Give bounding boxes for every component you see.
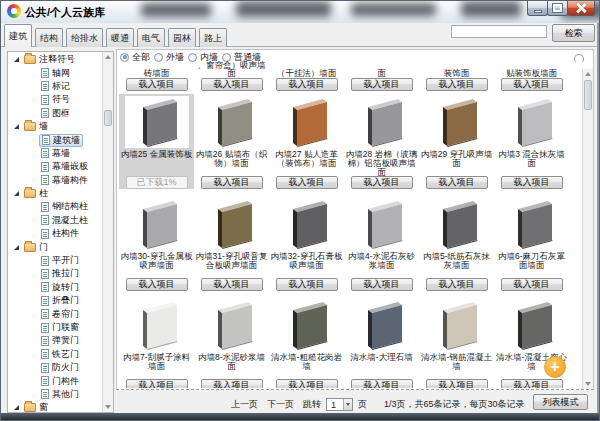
tree-item[interactable]: 推拉门 bbox=[8, 267, 102, 280]
load-into-project-button[interactable]: 载入项目 bbox=[201, 176, 263, 189]
search-input[interactable] bbox=[451, 25, 547, 38]
tree-item[interactable]: 铁艺门 bbox=[8, 348, 102, 361]
expand-arrow-icon[interactable] bbox=[14, 245, 19, 250]
family-tile-partial[interactable]: 、窗帘盒）吸声墙 面载入项目 bbox=[194, 61, 269, 91]
tree-labelbox[interactable]: 推拉门 bbox=[39, 267, 81, 280]
minimize-button[interactable] bbox=[527, 1, 548, 16]
scroll-up-icon[interactable] bbox=[103, 52, 113, 62]
load-into-project-button[interactable]: 载入项目 bbox=[426, 379, 488, 388]
tree-labelbox[interactable]: 幕墙嵌板 bbox=[39, 160, 90, 173]
family-tile-partial[interactable]: 装饰面载入项目 bbox=[419, 61, 494, 91]
tree-item[interactable]: 符号 bbox=[8, 93, 102, 106]
load-into-project-button[interactable]: 载入项目 bbox=[351, 379, 413, 388]
load-into-project-button[interactable]: 载入项目 bbox=[126, 379, 188, 388]
tree-item[interactable]: 注释符号 bbox=[8, 53, 102, 66]
tree-labelbox[interactable]: 注释符号 bbox=[22, 53, 77, 66]
tree-labelbox[interactable]: 混凝土柱 bbox=[39, 214, 90, 227]
load-into-project-button[interactable]: 载入项目 bbox=[276, 278, 338, 291]
expand-arrow-icon[interactable] bbox=[14, 405, 19, 410]
close-button[interactable] bbox=[567, 1, 595, 16]
prev-page-link[interactable]: 上一页 bbox=[231, 398, 258, 411]
tree-item[interactable]: 混凝土柱 bbox=[8, 214, 102, 227]
family-tile-partial[interactable]: 砖墙面载入项目 bbox=[119, 61, 194, 91]
load-into-project-button[interactable]: 载入项目 bbox=[126, 278, 188, 291]
load-into-project-button[interactable]: 载入项目 bbox=[201, 278, 263, 291]
tree-labelbox[interactable]: 钢结构柱 bbox=[39, 200, 90, 213]
load-into-project-button[interactable]: 载入项目 bbox=[276, 176, 338, 189]
tree-scrollbar[interactable] bbox=[102, 52, 113, 412]
tree-item[interactable]: 墙 bbox=[8, 120, 102, 133]
tree-labelbox[interactable]: 防火门 bbox=[39, 361, 81, 374]
search-button[interactable]: 检索 bbox=[552, 24, 595, 42]
next-page-link[interactable]: 下一页 bbox=[267, 398, 294, 411]
tree-labelbox[interactable]: 门联窗 bbox=[39, 321, 81, 334]
tree-labelbox[interactable]: 其他门 bbox=[39, 388, 81, 401]
tree-item[interactable]: 折叠门 bbox=[8, 294, 102, 307]
family-tile[interactable]: 内墙32-穿孔石膏板吸声墙面载入项目 bbox=[269, 196, 344, 291]
family-tile-partial[interactable]: （干挂法）墙面载入项目 bbox=[269, 61, 344, 91]
family-tile[interactable]: 内墙7-刮腻子涂料墙面载入项目 bbox=[119, 297, 194, 388]
load-into-project-button[interactable]: 载入项目 bbox=[426, 176, 488, 189]
load-into-project-button[interactable]: 载入项目 bbox=[501, 176, 563, 189]
tab-7[interactable]: 路上 bbox=[199, 28, 227, 47]
tree-labelbox[interactable]: 弹簧门 bbox=[39, 334, 81, 347]
family-tile[interactable]: 内墙4-水泥石灰砂浆墙面载入项目 bbox=[344, 196, 419, 291]
tab-6[interactable]: 园林 bbox=[168, 28, 196, 47]
tree-labelbox[interactable]: 窗 bbox=[22, 401, 50, 413]
family-tile[interactable]: 内墙31-穿孔吸音复合板吸声墙面载入项目 bbox=[194, 196, 269, 291]
family-tile[interactable]: 内墙30-穿孔金属板吸声墙面载入项目 bbox=[119, 196, 194, 291]
tree-labelbox[interactable]: 旋转门 bbox=[39, 281, 81, 294]
tree-labelbox[interactable]: 幕墙构件 bbox=[39, 174, 90, 187]
load-into-project-button[interactable]: 载入项目 bbox=[201, 78, 263, 91]
family-tile[interactable]: 内墙28 岩棉（玻璃棉）铝箔板吸声墙面载入项目 bbox=[344, 94, 419, 189]
tree-labelbox[interactable]: 卷帘门 bbox=[39, 308, 81, 321]
maximize-button[interactable] bbox=[547, 1, 568, 16]
load-into-project-button[interactable]: 载入项目 bbox=[501, 379, 563, 388]
tree-item[interactable]: 弹簧门 bbox=[8, 334, 102, 347]
load-into-project-button[interactable]: 载入项目 bbox=[351, 176, 413, 189]
grid-scrollbar[interactable] bbox=[582, 69, 593, 389]
family-tile[interactable]: 内墙25 金属装饰板已下载1% bbox=[119, 94, 194, 189]
tree-item[interactable]: 幕墙构件 bbox=[8, 174, 102, 187]
tree-item[interactable]: 幕墙 bbox=[8, 147, 102, 160]
tree-item[interactable]: 标记 bbox=[8, 80, 102, 93]
grid-scroll-thumb[interactable] bbox=[584, 80, 592, 110]
tree-item[interactable]: 图框 bbox=[8, 107, 102, 120]
tab-1[interactable]: 建筑 bbox=[4, 24, 32, 47]
tree-item[interactable]: 卷帘门 bbox=[8, 307, 102, 320]
load-into-project-button[interactable]: 载入项目 bbox=[351, 78, 413, 91]
load-into-project-button[interactable]: 载入项目 bbox=[426, 78, 488, 91]
family-tile[interactable]: 内墙29 穿孔吸声墙面载入项目 bbox=[419, 94, 494, 189]
family-tile[interactable]: 清水墙-钢筋混凝土墙载入项目 bbox=[419, 297, 494, 388]
tab-3[interactable]: 给排水 bbox=[66, 28, 103, 47]
tree-item[interactable]: 柱 bbox=[8, 187, 102, 200]
tree-labelbox[interactable]: 墙 bbox=[22, 120, 50, 133]
tab-2[interactable]: 结构 bbox=[35, 28, 63, 47]
tree-item[interactable]: 柱构件 bbox=[8, 227, 102, 240]
tree-item[interactable]: 门联窗 bbox=[8, 321, 102, 334]
tree-item[interactable]: 窗 bbox=[8, 401, 102, 413]
load-into-project-button[interactable]: 载入项目 bbox=[126, 78, 188, 91]
load-into-project-button[interactable]: 载入项目 bbox=[426, 278, 488, 291]
expand-arrow-icon[interactable] bbox=[14, 124, 19, 129]
load-into-project-button[interactable]: 载入项目 bbox=[351, 278, 413, 291]
tree-scroll-thumb[interactable] bbox=[104, 110, 112, 126]
tree-labelbox[interactable]: 图框 bbox=[39, 107, 72, 120]
tree-item[interactable]: 门 bbox=[8, 240, 102, 253]
tree-labelbox[interactable]: 柱构件 bbox=[39, 227, 81, 240]
load-into-project-button[interactable]: 载入项目 bbox=[201, 379, 263, 388]
load-into-project-button[interactable]: 载入项目 bbox=[501, 278, 563, 291]
tree-labelbox[interactable]: 铁艺门 bbox=[39, 348, 81, 361]
family-tile-partial[interactable]: 贴装饰板墙面载入项目 bbox=[494, 61, 569, 91]
family-tile[interactable]: 内墙8-水泥砂浆墙面载入项目 bbox=[194, 297, 269, 388]
tree-labelbox[interactable]: 标记 bbox=[39, 80, 72, 93]
tree-item[interactable]: 其他门 bbox=[8, 388, 102, 401]
tree-item[interactable]: 幕墙嵌板 bbox=[8, 160, 102, 173]
add-fab-button[interactable]: + bbox=[544, 356, 566, 378]
load-into-project-button[interactable]: 载入项目 bbox=[276, 78, 338, 91]
expand-arrow-icon[interactable] bbox=[14, 57, 19, 62]
family-tile[interactable]: 内墙27 贴人造革（装饰布）墙面载入项目 bbox=[269, 94, 344, 189]
tab-5[interactable]: 电气 bbox=[137, 28, 165, 47]
family-tile-partial[interactable]: 面载入项目 bbox=[344, 61, 419, 91]
scroll-down-icon[interactable] bbox=[103, 402, 113, 412]
